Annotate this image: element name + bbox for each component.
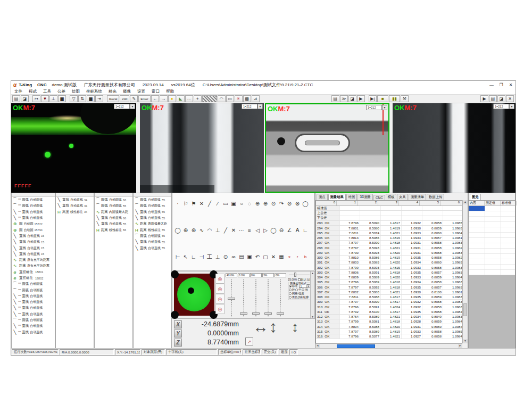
menu-item[interactable]: 摄像 xyxy=(120,89,134,94)
menu-item[interactable]: 绘图 xyxy=(69,89,83,94)
jog-z-arrows[interactable]: ↕ xyxy=(292,319,298,335)
measure-tool-icon[interactable]: ⊘ xyxy=(286,200,293,208)
construct-tool-icon[interactable]: ⊥ xyxy=(214,226,221,234)
light-slider[interactable]: 3% xyxy=(262,273,274,318)
close-button[interactable]: ✕ xyxy=(506,81,516,88)
measure-tool-icon[interactable]: ⊕ xyxy=(254,200,261,208)
list-item[interactable]: ⌀ 直径标注 18801 xyxy=(12,269,55,275)
measure-tool-icon[interactable]: ⊙ xyxy=(270,200,277,208)
star-button[interactable]: ✳ xyxy=(235,95,243,102)
chevron-down-icon[interactable]: ▼ xyxy=(382,105,387,110)
construct-tool-icon[interactable]: ◁ xyxy=(254,226,261,234)
checker-button[interactable] xyxy=(202,95,217,102)
scroll-up-icon[interactable]: ▲ xyxy=(463,200,468,204)
menu-item[interactable]: 公差 xyxy=(54,89,69,94)
list-item[interactable]: ╲ 直线 自动直线 15 xyxy=(12,233,55,239)
table-row[interactable]: 302 OK 7.87998.50931.48151.09330.80581.0… xyxy=(316,265,462,270)
probe-down-button[interactable]: ▽ xyxy=(70,95,78,102)
list-item[interactable]: ⌒ 圆弧 自动圆弧 55 xyxy=(134,203,171,209)
menu-item[interactable]: 工具 xyxy=(40,89,54,94)
light-ring-button[interactable]: ◎ xyxy=(215,304,225,314)
range-240-button[interactable]: 240 xyxy=(120,95,129,102)
construct-tool-icon[interactable]: ◠ xyxy=(206,226,213,234)
dimension-tool-icon[interactable]: ↶ xyxy=(254,253,261,261)
run-to-end-button[interactable]: ▶| xyxy=(369,95,377,102)
list-item[interactable]: ⌒ *** 圆弧 自动圆弧 xyxy=(12,281,55,287)
camera-zoom-select[interactable]: 1=212 ▼ xyxy=(366,105,387,110)
grid-radio[interactable] xyxy=(289,292,292,295)
dash-button[interactable]: - - xyxy=(185,95,193,102)
table-row[interactable]: 295 OK 7.88118.50741.48211.09330.80601.0… xyxy=(316,230,462,235)
halftone-button[interactable]: ▩ xyxy=(243,95,251,102)
element-tab[interactable]: 图元 xyxy=(470,194,481,200)
table-row[interactable]: 301 OK 7.88038.50831.48201.09340.80601.0… xyxy=(316,260,462,265)
arrow-right-button[interactable]: → xyxy=(160,95,168,102)
ring-light-preview[interactable] xyxy=(174,274,214,316)
list-item[interactable]: ╲ 直线 自动直线 15 xyxy=(12,251,55,257)
light-slider[interactable]: 0% xyxy=(250,273,262,318)
toolbar-spacer[interactable] xyxy=(409,95,480,102)
column-header[interactable]: 1 xyxy=(337,201,358,205)
light-slider[interactable]: 0% xyxy=(275,273,286,318)
minimize-button[interactable]: — xyxy=(487,81,496,88)
construct-tool-icon[interactable]: ╱ xyxy=(222,226,229,234)
scroll-down-icon[interactable]: ▼ xyxy=(463,339,468,343)
list-item[interactable]: ╲ *** 直线 自动直线 xyxy=(12,299,55,305)
camera-zoom-select[interactable]: 1=212 ▼ xyxy=(114,104,135,109)
list-item[interactable]: ╲ *** 直线 自动直线 xyxy=(12,215,55,221)
column-header[interactable]: 3 xyxy=(378,201,399,205)
list-item[interactable]: H 距离 线性标注 55 xyxy=(134,227,171,233)
list-item[interactable]: ╲ 直线 自动直线 55 xyxy=(134,239,171,245)
dimension-tool-icon[interactable]: ↖ xyxy=(182,253,189,261)
table-row[interactable]: 313 OK 7.87998.50811.48181.09280.80591.0… xyxy=(316,319,462,324)
arc-trace-button[interactable]: ◠ xyxy=(218,95,226,102)
list-item[interactable]: ╲ 直线 自动直线 15 xyxy=(12,239,55,245)
measure-tool-icon[interactable]: ↷ xyxy=(278,200,285,208)
camera-view-1[interactable]: FFFFF OKM:7 1=212 ▼ xyxy=(11,103,136,193)
element-rows[interactable] xyxy=(469,206,515,275)
mid-radio[interactable] xyxy=(295,289,298,291)
table-row[interactable]: 312 OK 7.87648.50891.48211.09340.80491.0… xyxy=(316,315,462,319)
table-row[interactable]: 310 OK 7.87968.50911.48241.09320.80581.0… xyxy=(316,304,462,309)
measurement-tab[interactable]: 测点 xyxy=(317,194,328,200)
list-scrollbar[interactable] xyxy=(95,193,132,197)
measure-tool-icon[interactable]: ◯ xyxy=(302,200,309,208)
chart-button[interactable]: ⊿ xyxy=(252,95,260,102)
up-down-button[interactable]: ⇅ xyxy=(78,95,86,102)
measurement-tab[interactable]: 3D测量 xyxy=(358,194,373,200)
measure-tool-icon[interactable]: ○ xyxy=(238,200,245,208)
table-row[interactable]: 296 OK 7.88138.50861.48161.09330.80571.0… xyxy=(316,236,462,241)
menu-item[interactable]: 坐标系统 xyxy=(83,89,105,94)
jog-horizontal-arrows[interactable]: ↔ xyxy=(253,318,269,336)
list-item[interactable]: ⌒ *** 圆弧 自动圆弧 xyxy=(12,197,55,203)
measure-tool-icon[interactable]: ◌ xyxy=(246,200,253,208)
list-item[interactable]: ⌒ 圆弧 自动圆弧 55 xyxy=(134,197,171,203)
measurement-tab[interactable]: 测量清单 xyxy=(409,194,426,200)
table-row[interactable]: 294 OK 7.88018.50801.48191.09300.80591.0… xyxy=(316,226,462,230)
chevron-down-icon[interactable]: ▼ xyxy=(257,104,263,109)
dimension-tool-icon[interactable]: ▣ xyxy=(246,253,253,261)
save-result-button[interactable]: ▤ xyxy=(489,95,497,102)
dimension-tool-icon[interactable]: ▤ xyxy=(238,253,245,261)
brightness-slider[interactable] xyxy=(288,273,311,277)
move-right-button[interactable]: ⇥ xyxy=(95,95,103,102)
construct-tool-icon[interactable]: ⊕ xyxy=(182,226,189,234)
light-radio[interactable] xyxy=(289,289,292,291)
light-ring-button[interactable]: ◎ xyxy=(215,284,225,294)
dimension-tool-icon[interactable]: ▦ xyxy=(278,253,285,261)
column-header[interactable]: 2 xyxy=(358,201,378,205)
list-item[interactable]: H 距离 线性标注 66 xyxy=(95,227,132,233)
list-item[interactable]: ╲ 直线 自动直线 66 xyxy=(95,215,132,221)
dimension-tool-icon[interactable]: ∟ xyxy=(190,253,197,261)
measure-tool-icon[interactable]: ⚑ xyxy=(190,200,197,208)
maximize-button[interactable]: ❐ xyxy=(496,81,506,88)
table-row[interactable]: 308 OK 7.88118.50881.48171.09350.80591.0… xyxy=(316,295,462,300)
construct-tool-icon[interactable]: ∟ xyxy=(302,226,309,234)
dimension-tool-icon[interactable]: b xyxy=(302,253,309,261)
measure-tool-icon[interactable]: ▭ xyxy=(222,200,229,208)
column-header[interactable]: 0 xyxy=(316,201,337,205)
open-program-button[interactable]: ◪ xyxy=(348,95,356,102)
dimension-tool-icon[interactable]: ✕ xyxy=(270,253,277,261)
element-column-header[interactable]: 标准值 xyxy=(501,201,517,205)
selected-cell[interactable] xyxy=(469,206,485,211)
